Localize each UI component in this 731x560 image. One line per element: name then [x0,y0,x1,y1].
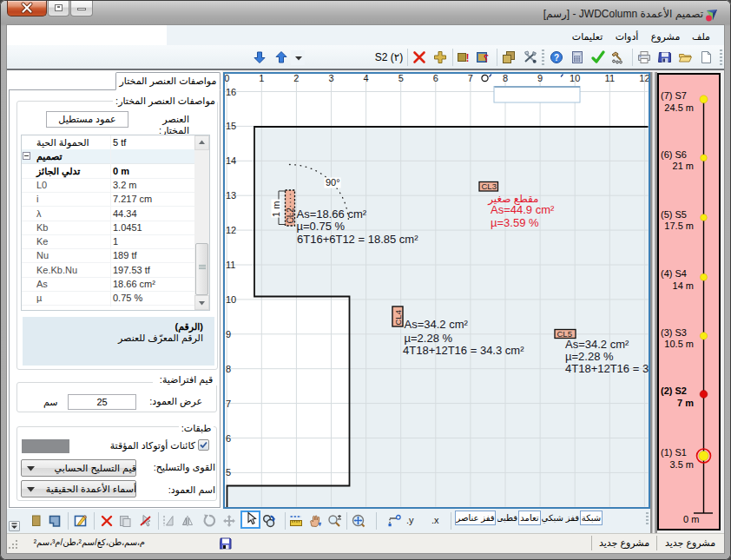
svg-text:As=18.66 cm²: As=18.66 cm² [297,208,367,221]
svg-text:13: 13 [226,190,236,201]
svg-text:CL2: CL2 [286,208,295,224]
svg-text:8: 8 [503,74,508,83]
svg-text:2: 2 [293,74,299,83]
svg-text:CL3: CL3 [482,181,497,191]
svg-text:8: 8 [226,364,231,374]
svg-text:µ=2.28 %: µ=2.28 % [565,350,614,363]
svg-text:5: 5 [398,74,404,83]
svg-text:As=34.2 cm²: As=34.2 cm² [405,318,469,331]
svg-text:4T18+12T16 = 34.3 cm²: 4T18+12T16 = 34.3 cm² [403,344,524,357]
svg-text:6: 6 [433,74,438,83]
svg-text:µ=3.59 %: µ=3.59 % [491,216,539,229]
svg-text:6: 6 [226,433,231,444]
svg-text:9: 9 [537,74,543,83]
svg-text:0: 0 [225,74,229,83]
svg-text:14: 14 [226,155,236,166]
svg-text:90°: 90° [326,177,340,188]
svg-text:As=44.9 cm²: As=44.9 cm² [491,203,555,216]
svg-text:CL4: CL4 [393,310,403,325]
svg-text:15: 15 [226,121,236,131]
svg-text:12: 12 [226,225,236,235]
svg-text:7: 7 [468,74,473,83]
svg-text:µ=2.28 %: µ=2.28 % [405,332,453,345]
svg-text:6T16+6T12 = 18.85 cm²: 6T16+6T12 = 18.85 cm² [297,233,418,246]
svg-text:؟: ؟ [484,53,489,63]
svg-text:9: 9 [226,329,231,339]
svg-text:16: 16 [226,87,236,97]
svg-text:4: 4 [364,74,369,83]
svg-text:11: 11 [226,260,235,270]
svg-text:µ=0.75 %: µ=0.75 % [297,220,346,233]
svg-text:3: 3 [328,74,333,83]
svg-text:?: ? [554,53,559,63]
svg-text:4T18+12T16 = 3: 4T18+12T16 = 3 [565,362,649,375]
svg-text:12: 12 [639,74,649,83]
svg-text:7: 7 [226,399,231,409]
svg-text:10: 10 [570,74,580,83]
svg-text:5: 5 [226,467,231,478]
svg-text:10: 10 [226,294,236,305]
svg-text:11: 11 [605,74,615,83]
svg-text:!: ! [466,52,470,64]
svg-text:1 m: 1 m [271,201,281,217]
svg-text:1: 1 [259,74,264,83]
